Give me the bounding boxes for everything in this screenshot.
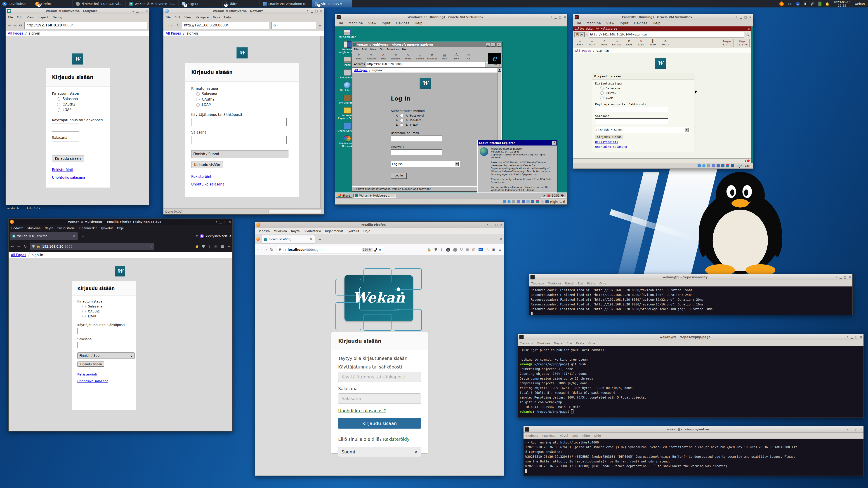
minimize-icon[interactable]: ∧ <box>132 9 134 13</box>
taskbar-button[interactable]: WWeKan ® Multiverse - L... <box>125 0 178 7</box>
minimize-icon[interactable]: _ <box>486 43 490 46</box>
menu-item[interactable]: Näytä <box>291 229 300 233</box>
taskbar-button[interactable]: 2VirtualBoxVM <box>312 0 352 7</box>
dillo-titlebar[interactable]: Dillo: WeKan Â® Multiverse ☒ <box>573 26 751 31</box>
menu-item[interactable]: Pääte <box>576 341 584 345</box>
radio-button[interactable] <box>82 305 86 308</box>
all-pages-link[interactable]: All Pages <box>8 31 23 35</box>
clock[interactable]: 2023-05-10 22:53 <box>833 0 850 7</box>
hdd-status-icon[interactable] <box>698 164 701 167</box>
forward-icon[interactable]: ⇨ <box>171 23 174 28</box>
extension-quill-icon[interactable]: ✎ <box>486 248 489 252</box>
back-icon[interactable]: ⇦ <box>166 23 169 28</box>
scroll-up-icon[interactable]: ▲ <box>498 68 501 72</box>
register-link[interactable]: Rekisteröidy <box>383 437 409 442</box>
menu-item[interactable]: Ohje <box>364 229 370 233</box>
clear-url-icon[interactable]: ✕ <box>585 33 588 37</box>
password-input[interactable] <box>52 141 79 149</box>
terminal-output[interactable]: (use "git push" to publish your local co… <box>518 346 864 418</box>
login-button[interactable]: Kirjaudu sisään <box>52 155 84 162</box>
mouse-integration-icon[interactable] <box>731 164 734 167</box>
menu-item[interactable]: Tiedosto <box>526 434 538 437</box>
floppy-status-icon[interactable] <box>512 200 515 203</box>
radio-button[interactable] <box>57 103 60 106</box>
usb-status-icon[interactable] <box>526 200 530 203</box>
menu-item[interactable]: Sivuhistoria <box>304 229 321 233</box>
radio-button[interactable] <box>82 310 86 313</box>
radio-button[interactable] <box>400 119 403 122</box>
url-bar[interactable]: ⛊ ▢ localhost:4000/sign-in 130 % ▞ ★ <box>276 246 384 254</box>
vertical-scrollbar[interactable] <box>320 36 324 208</box>
menu-item[interactable]: View <box>606 21 614 25</box>
password-input[interactable] <box>595 119 668 124</box>
hp-device-icon[interactable]: hp <box>796 2 800 6</box>
username-input[interactable] <box>391 135 442 141</box>
minimize-icon[interactable]: ∧ <box>215 220 217 223</box>
terminal-titlebar[interactable]: wekan@z: ~/repos/w/php/page ∧▁□✕ <box>518 334 864 340</box>
shared-folders-status-icon[interactable] <box>721 164 724 167</box>
menu-item[interactable]: Muokkaa <box>27 226 40 230</box>
minimize-icon[interactable]: ∧ <box>835 275 837 279</box>
taskbar-button[interactable]: 3Firefox <box>32 0 72 7</box>
network-status-icon[interactable] <box>717 164 720 167</box>
all-pages-link[interactable]: All Pages <box>11 253 26 257</box>
radio-button[interactable] <box>196 103 199 107</box>
maximize-icon[interactable]: □ <box>491 43 495 46</box>
menu-item[interactable]: Etsi <box>567 341 572 345</box>
menu-item[interactable]: Kirjanmerkit <box>325 229 343 233</box>
menu-item[interactable]: File <box>354 48 359 51</box>
menu-item[interactable]: Pääte <box>587 282 595 285</box>
menu-item[interactable]: Sivuhistoria <box>57 226 74 230</box>
cd-status-icon[interactable] <box>702 164 706 167</box>
reload-icon[interactable]: ↻ <box>19 23 22 28</box>
login-button[interactable]: Log In <box>391 173 407 179</box>
battery-icon[interactable] <box>818 2 822 6</box>
restore-icon[interactable]: ▁ <box>850 428 852 431</box>
menu-icon[interactable]: ≡ <box>498 248 501 252</box>
extension-s-icon[interactable]: S <box>214 245 218 249</box>
menu-item[interactable]: Muokkaa <box>537 341 550 345</box>
restore-icon[interactable]: ▁ <box>491 223 493 226</box>
menu-item[interactable]: Tools <box>213 15 220 19</box>
language-select[interactable]: Finnish / Suomi <box>191 150 288 158</box>
close-icon[interactable]: ✕ <box>860 335 862 339</box>
tab-list-chevron-icon[interactable]: ∨ <box>500 237 502 241</box>
back-button[interactable]: ⇦Back <box>354 53 364 60</box>
forward-button[interactable]: ⇨Forward <box>366 53 376 60</box>
menu-item[interactable]: Muokkaa <box>274 229 287 233</box>
restore-icon[interactable]: ▁ <box>311 9 313 13</box>
maximize-icon[interactable]: □ <box>744 15 747 19</box>
tab-list-chevron-icon[interactable]: ∨ <box>196 234 198 238</box>
forgot-password-link[interactable]: Unohtuiko salasana <box>595 145 627 149</box>
menu-item[interactable]: Näytä <box>554 341 562 345</box>
login-button[interactable]: Kirjaudu sisään <box>338 418 421 429</box>
menu-item[interactable]: View <box>27 15 34 19</box>
minimize-icon[interactable]: ∧ <box>846 428 848 431</box>
refresh-button[interactable]: ↻Refresh <box>391 53 401 60</box>
restore-icon[interactable]: ▁ <box>850 335 852 339</box>
freedos-vm-screen[interactable]: Dillo: WeKan Â® Multiverse ☒ File ✕ http… <box>573 26 753 163</box>
maximize-icon[interactable]: □ <box>559 15 561 19</box>
menu-item[interactable]: Machine <box>348 21 363 25</box>
all-pages-link[interactable]: All Pages <box>575 49 591 53</box>
username-input[interactable] <box>77 328 131 334</box>
language-select[interactable]: Suomi∨ <box>338 447 421 457</box>
radio-button[interactable] <box>57 108 60 111</box>
url-input[interactable]: http://192.168.0.20:8000/sign-in <box>589 32 744 37</box>
favorites-button[interactable]: ✱Favorites <box>427 53 437 60</box>
forgot-password-link[interactable]: Unohtuiko salasana <box>191 182 224 186</box>
menu-item[interactable]: Help <box>402 48 408 51</box>
all-pages-link[interactable]: All Pages <box>354 68 368 72</box>
menu-item[interactable]: Etsi <box>572 434 578 437</box>
insecure-lock-icon[interactable]: 🔓 <box>36 245 40 248</box>
bookmark-star-icon[interactable]: ☆ <box>149 245 152 248</box>
audio-status-icon[interactable] <box>712 164 715 167</box>
login-button[interactable]: Kirjaudu sisään <box>595 135 623 139</box>
menu-item[interactable]: Edit <box>17 15 23 19</box>
menu-item[interactable]: Edit <box>362 48 367 51</box>
menu-item[interactable]: Näytä <box>559 434 568 437</box>
menu-item[interactable]: View <box>370 48 376 51</box>
back-icon[interactable]: ← <box>257 248 260 252</box>
username-input[interactable] <box>52 124 79 132</box>
file-menu-button[interactable]: File <box>575 32 585 37</box>
